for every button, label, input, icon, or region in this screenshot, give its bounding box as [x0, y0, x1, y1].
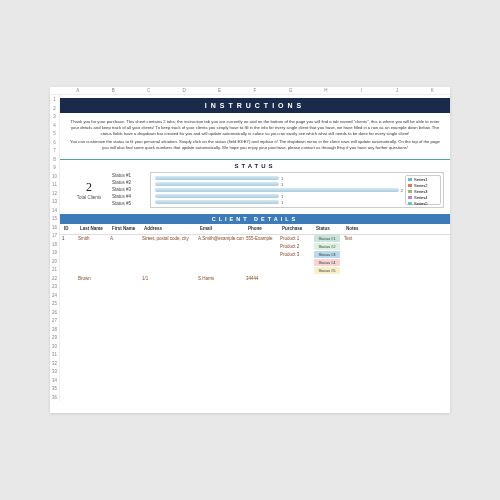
- empty-area: [60, 283, 450, 413]
- status-chart: 11211Series1Series2Series3Series4Series5: [150, 172, 444, 208]
- status-pill[interactable]: Status #1: [314, 235, 340, 242]
- table-row[interactable]: Status #4: [60, 259, 450, 267]
- status-labels: Status #1 Status #2 Status #3 Status #4 …: [112, 172, 150, 207]
- sheet-content: INSTRUCTIONS Thank you for your purchase…: [60, 98, 450, 412]
- status-pill[interactable]: Status #3: [314, 251, 340, 258]
- intro-text: Thank you for your purchase. This sheet …: [60, 113, 450, 159]
- table-row[interactable]: 1SmithA.Street, postal code, cityA.Smith…: [60, 235, 450, 243]
- total-clients: 2 Total Clients: [66, 180, 112, 200]
- spreadsheet: ABCDEFGHIJK 1234567891011121314151617181…: [50, 87, 450, 412]
- status-pill[interactable]: Status #4: [314, 259, 340, 266]
- status-heading: STATUS: [60, 160, 450, 170]
- table-row[interactable]: Product 3Status #3: [60, 251, 450, 259]
- row-header-column: 1234567891011121314151617181920212223242…: [50, 95, 60, 412]
- table-row[interactable]: Product 2Status #2: [60, 243, 450, 251]
- status-pill[interactable]: Status #2: [314, 243, 340, 250]
- total-clients-value: 2: [66, 180, 112, 195]
- status-row: 2 Total Clients Status #1 Status #2 Stat…: [60, 170, 450, 214]
- table-row[interactable]: Status #5: [60, 267, 450, 275]
- chart-legend: Series1Series2Series3Series4Series5: [405, 175, 441, 205]
- total-clients-label: Total Clients: [66, 195, 112, 200]
- client-table: ID Last Name First Name Address Email Ph…: [60, 224, 450, 283]
- status-pill[interactable]: Status #5: [314, 267, 340, 274]
- instructions-banner: INSTRUCTIONS: [60, 98, 450, 113]
- table-row[interactable]: Brown1/1S.Harris34444: [60, 275, 450, 283]
- column-header-row: ABCDEFGHIJK: [50, 87, 450, 95]
- table-header: ID Last Name First Name Address Email Ph…: [60, 224, 450, 235]
- client-details-banner: CLIENT DETAILS: [60, 214, 450, 224]
